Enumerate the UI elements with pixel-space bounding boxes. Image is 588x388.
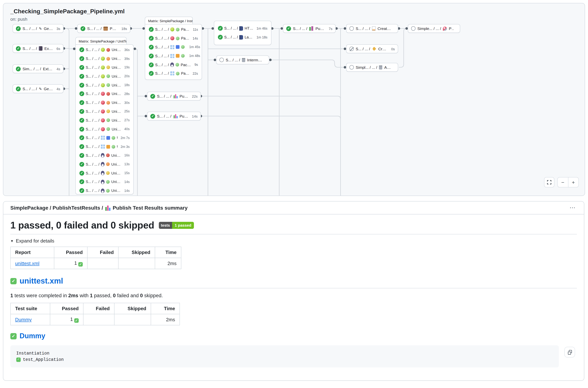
group-job-row[interactable]: S... / ... /Unit Tests - ...19s <box>76 63 133 72</box>
group-job-row[interactable]: S... / ... /Unit Tests - ...14s <box>76 177 133 186</box>
table-cell-link[interactable]: Dummy <box>15 317 32 322</box>
graph-node-extract-information[interactable]: Sim... / ... /Extract Information4s <box>13 64 64 73</box>
expand-label: Expand for details <box>16 238 54 244</box>
job-duration: 20s <box>123 74 130 78</box>
job-duration: 18s <box>123 83 130 87</box>
group-job-row[interactable]: S... / ... /Unit Tests - ...40s <box>76 124 133 133</box>
graph-node-extract-configuration[interactable]: S... / ... /Extract configur...6s <box>13 44 64 53</box>
job-prefix: S... / ... / <box>356 26 370 31</box>
graph-node-publish-to-pypi[interactable]: Simple... / ... /Publish to PyPI <box>408 24 460 33</box>
graph-node-publish-test-results[interactable]: S... / ... /Publish Test Re...14s <box>147 112 201 121</box>
headline-row: 1 passed, 0 failed and 0 skipped tests 1… <box>10 219 577 234</box>
code-line: test_Application <box>16 356 553 363</box>
column-header: Failed <box>83 303 114 314</box>
job-prefix: S... / ... / <box>86 118 99 122</box>
group-job-row[interactable]: S... / ... /Unit Tests - ...39s <box>76 54 133 63</box>
kebab-menu-button[interactable]: ⋯ <box>568 204 577 212</box>
job-duration: 3s <box>55 26 60 30</box>
fullscreen-button[interactable] <box>544 177 554 187</box>
group-job-row[interactable]: S... / ... /Unit Tests - ...25s <box>76 107 133 116</box>
job-prefix: S... / ... / <box>86 145 99 149</box>
table-cell-link[interactable]: unittest.xml <box>15 261 40 266</box>
group-job-row[interactable]: S... / ... /Unit Tests - ...15s <box>76 169 133 177</box>
job-prefix: S... / ... / <box>224 26 238 30</box>
job-prefix: S... / ... / <box>86 162 99 166</box>
job-duration: 7s <box>327 26 332 30</box>
group-job-row[interactable]: S... / ... /LaTeX Docu...1m 18s <box>214 33 271 42</box>
graph-node-create-tag[interactable]: S... / ... /Create tag '${{ in...0s <box>346 44 398 53</box>
red-circle-icon <box>106 48 110 52</box>
success-status-icon <box>286 26 291 31</box>
table-cell: 1 <box>54 258 87 269</box>
graph-node-publish-code-coverage[interactable]: S... / ... /Publish Code C...22s <box>147 92 201 100</box>
group-job-row[interactable]: S... / ... /Unit Tests - ...14s <box>76 186 133 195</box>
graph-node-publish-to-gh-pages[interactable]: S... / ... /Publish to GH-P...7s <box>283 24 336 33</box>
window-icon <box>101 136 105 140</box>
group-job-row[interactable]: S... / ... /Unit T...2m 3s <box>76 142 133 151</box>
job-label: Unit T... <box>117 136 118 140</box>
skipped-status-icon <box>411 26 415 31</box>
yellow-circle-icon <box>106 66 110 69</box>
group-job-row[interactable]: S... / ... /Package ins...11s <box>145 25 202 34</box>
group-job-row[interactable]: S... / ... /Unit T...2m 7s <box>76 133 133 142</box>
group-job-row[interactable]: S... / ... /Packa...1m 48s <box>145 51 202 60</box>
group-job-row[interactable]: S... / ... /Package inst...9s <box>145 60 202 69</box>
graph-node-package-in-source[interactable]: S... / ... /Package in Sou...18s <box>77 24 131 33</box>
copy-button[interactable] <box>564 347 575 358</box>
job-label: Unit T... <box>117 145 118 149</box>
expand-for-details-toggle[interactable]: ▼ Expand for details <box>10 238 577 244</box>
test-output-code-block: Instantiation test_Application <box>10 345 559 367</box>
graph-node-generate-pipeline-2[interactable]: S... / ... /Generate pipelin...4s <box>13 84 64 93</box>
group-box-documentation-group: S... / ... /HTML Docu...1m 46sS... / ...… <box>214 21 271 45</box>
summary-breadcrumb: SimplePackage / PublishTestResults / <box>10 205 103 211</box>
zoom-out-button[interactable]: − <box>558 177 568 187</box>
badge-value: 1 passed <box>172 222 194 229</box>
green-circle-icon <box>181 54 185 58</box>
job-label: Unit Tests - ... <box>111 162 121 166</box>
job-prefix: S... / ... / <box>157 114 171 118</box>
group-job-row[interactable]: S... / ... /Unit Tests - ...13s <box>76 160 133 169</box>
group-job-row[interactable]: S... / ... /Package ins...14s <box>145 34 202 43</box>
graph-node-intermediate-artifacts[interactable]: S... / ... /Intermediate Artifa... <box>216 55 269 64</box>
job-prefix: Simple... / ... / <box>417 26 441 31</box>
job-prefix: S... / ... / <box>155 72 169 76</box>
group-job-row[interactable]: S... / ... /Unit Tests - ...18s <box>76 81 133 90</box>
group-job-row[interactable]: S... / ... /Unit Tests - ...28s <box>76 90 133 98</box>
blue-square-icon <box>106 136 110 140</box>
trash-icon <box>242 58 245 62</box>
column-header: Skipped <box>114 303 151 314</box>
zoom-in-button[interactable]: + <box>568 177 578 187</box>
green-circle-icon <box>106 127 110 131</box>
job-prefix: S... / ... / <box>224 35 238 39</box>
job-duration: 11s <box>191 28 198 31</box>
group-job-row[interactable]: S... / ... /Packa...1m 45s <box>145 43 202 51</box>
red-apple-icon <box>101 100 105 105</box>
graph-node-artifact-cleanup[interactable]: Simpl... / ... /Artifact Cleanup <box>346 63 398 72</box>
window-icon <box>101 145 105 149</box>
group-job-row[interactable]: S... / ... /Unit Tests - ...20s <box>76 72 133 81</box>
group-job-row[interactable]: S... / ... /HTML Docu...1m 46s <box>214 24 271 33</box>
group-job-row[interactable]: S... / ... /Unit Tests - ...30s <box>76 98 133 107</box>
suite-section-link[interactable]: Dummy <box>20 332 45 340</box>
group-job-row[interactable]: S... / ... /Package ins...22s <box>145 69 202 78</box>
penguin-icon <box>101 153 105 158</box>
group-job-row[interactable]: S... / ... /Unit Tests - ...36s <box>76 46 133 54</box>
summary-header: SimplePackage / PublishTestResults / Pub… <box>3 201 584 215</box>
job-label: Artifact Cleanup <box>384 65 392 70</box>
job-duration: 22s <box>190 94 197 98</box>
group-job-row[interactable]: S... / ... /Unit Tests - ...27s <box>76 116 133 125</box>
yellow-circle-icon <box>106 110 110 113</box>
file-section-link[interactable]: unittest.xml <box>20 277 63 285</box>
graph-node-create-or-update-release[interactable]: S... / ... /Create or Update R... <box>346 24 398 33</box>
job-label: Publish Test Re... <box>179 114 189 118</box>
table-cell <box>83 314 114 325</box>
job-prefix: S... / ... / <box>155 54 169 58</box>
orange-square-icon <box>106 145 110 148</box>
group-job-row[interactable]: S... / ... /Unit Tests - ...16s <box>76 151 133 160</box>
job-duration: 2m 3s <box>119 145 130 148</box>
job-prefix: Simpl... / ... / <box>356 65 377 70</box>
green-circle-icon <box>176 36 179 40</box>
column-header: Test suite <box>11 303 50 314</box>
job-duration: 0s <box>390 47 395 51</box>
graph-node-generate-pipeline-1[interactable]: S... / ... /Generate pipelin...3s <box>13 24 64 33</box>
